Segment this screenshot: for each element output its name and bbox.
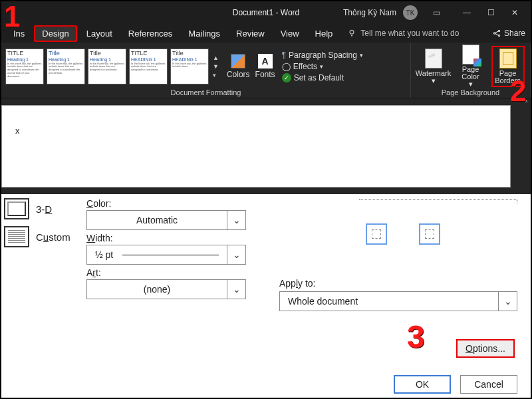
ok-button[interactable]: OK — [394, 375, 451, 394]
colors-button[interactable]: Colors — [227, 54, 250, 79]
chevron-down-icon: ⌄ — [227, 280, 245, 299]
chevron-down-icon: ⌄ — [227, 211, 245, 229]
tell-me-label: Tell me what you want to do — [360, 29, 459, 38]
art-label: Art: — [86, 267, 246, 278]
setting-3d-icon — [4, 198, 29, 219]
color-value: Automatic — [87, 215, 227, 225]
chevron-down-icon: ⌄ — [498, 292, 517, 311]
avatar[interactable]: TK — [403, 5, 418, 20]
title-bar: Document1 - Word Thông Kỳ Nam TK ▭ ― ☐ ✕ — [1, 1, 531, 24]
tab-review[interactable]: Review — [229, 27, 271, 41]
fonts-button[interactable]: A Fonts — [255, 54, 275, 79]
setting-custom[interactable]: Custom — [4, 226, 76, 247]
menu-bar: Ins Design Layout References Mailings Re… — [1, 24, 531, 43]
style-gallery-down-icon[interactable]: ▼ — [213, 63, 219, 70]
group-label-page-bg: Page Background — [415, 88, 526, 98]
svg-point-2 — [498, 30, 499, 31]
svg-point-3 — [498, 35, 499, 36]
window-options-icon[interactable]: ▭ — [424, 3, 448, 22]
set-default-button[interactable]: ✓Set as Default — [282, 73, 363, 82]
tab-layout[interactable]: Layout — [80, 27, 119, 41]
annotation-3: 3 — [407, 319, 425, 355]
style-thumb[interactable]: TITLEHeading 1In the Insert tab, the gal… — [5, 49, 44, 84]
minimize-button[interactable]: ― — [455, 3, 479, 22]
colors-label: Colors — [227, 70, 250, 79]
ribbon: TITLEHeading 1In the Insert tab, the gal… — [1, 43, 531, 98]
style-gallery-up-icon[interactable]: ▲ — [213, 55, 219, 61]
apply-to-label: Apply to: — [279, 278, 316, 289]
document-page[interactable]: x — [1, 105, 511, 188]
svg-point-0 — [350, 30, 354, 34]
page-borders-dialog: 3-D Custom Color: Automatic ⌄ Width: ½ p… — [1, 194, 531, 399]
page-borders-icon — [499, 49, 517, 68]
svg-point-1 — [493, 33, 495, 34]
preview-left-button[interactable] — [366, 223, 387, 245]
annotation-1: 1 — [4, 0, 20, 33]
width-value: ½ pt — [95, 249, 113, 260]
art-value: (none) — [87, 284, 227, 295]
tab-help[interactable]: Help — [309, 27, 340, 41]
group-label-doc-formatting: Document Formatting — [5, 88, 406, 98]
share-label: Share — [504, 29, 525, 38]
close-button[interactable]: ✕ — [503, 3, 527, 22]
document-text: x — [15, 126, 20, 136]
page-color-button[interactable]: Page Color▾ — [454, 45, 487, 88]
lightbulb-icon — [347, 29, 356, 38]
share-icon — [492, 29, 501, 38]
style-thumb[interactable]: TitleHEADING 1In the Insert tab, the gal… — [170, 49, 209, 84]
tab-view[interactable]: View — [274, 27, 306, 41]
setting-custom-icon — [4, 226, 29, 247]
app-title: Document1 - Word — [233, 8, 299, 17]
paragraph-spacing-button[interactable]: ¶Paragraph Spacing▾ — [282, 51, 363, 60]
share-button[interactable]: Share — [492, 29, 525, 38]
art-combo[interactable]: (none) ⌄ — [86, 279, 246, 299]
options-button[interactable]: Options... — [456, 339, 515, 358]
tab-mailings[interactable]: Mailings — [182, 27, 227, 41]
style-thumb[interactable]: TitleHeading 1In the Insert tab, the gal… — [88, 49, 126, 84]
color-combo[interactable]: Automatic ⌄ — [86, 210, 246, 230]
watermark-button[interactable]: WM Watermark▾ — [417, 49, 450, 84]
fonts-label: Fonts — [255, 70, 275, 79]
style-thumb[interactable]: TitleHeading 1In the Insert tab, the gal… — [47, 49, 85, 84]
tab-design[interactable]: Design — [34, 25, 76, 42]
chevron-down-icon: ⌄ — [227, 245, 245, 264]
preview-right-button[interactable] — [419, 223, 440, 245]
check-icon: ✓ — [282, 73, 291, 82]
apply-to-combo[interactable]: Whole document ⌄ — [279, 291, 517, 311]
width-label: Width: — [86, 233, 246, 243]
tab-references[interactable]: References — [122, 27, 179, 41]
tell-me-search[interactable]: Tell me what you want to do — [347, 29, 459, 38]
user-name: Thông Kỳ Nam — [343, 8, 396, 17]
fonts-icon: A — [258, 54, 273, 68]
color-label: Color: — [86, 198, 246, 209]
document-area: x ˄ — [1, 98, 531, 194]
colors-icon — [231, 54, 245, 68]
width-combo[interactable]: ½ pt ⌄ — [86, 245, 246, 265]
maximize-button[interactable]: ☐ — [479, 3, 503, 22]
apply-to-value: Whole document — [280, 296, 498, 307]
cancel-button[interactable]: Cancel — [460, 375, 517, 394]
setting-3d[interactable]: 3-D — [4, 198, 76, 219]
style-thumb[interactable]: TITLEHEADING 1In the Insert tab, the gal… — [129, 49, 168, 84]
page-color-icon — [462, 45, 479, 65]
watermark-icon: WM — [425, 49, 442, 68]
style-gallery-more-icon[interactable]: ▾ — [213, 72, 219, 78]
effects-button[interactable]: ◯Effects▾ — [282, 62, 363, 71]
annotation-2: 2 — [510, 74, 526, 108]
